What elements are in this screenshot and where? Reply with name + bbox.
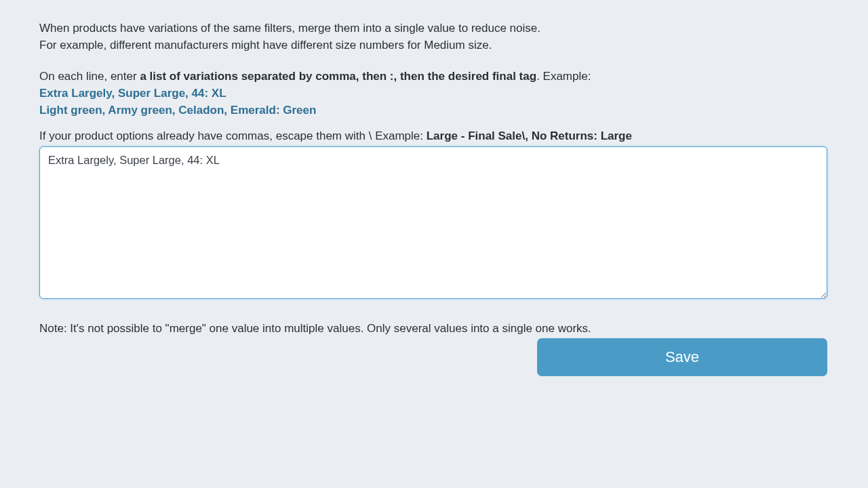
instructions-suffix: . Example: [536, 70, 591, 83]
intro-line-2: For example, different manufacturers mig… [39, 37, 841, 54]
example-line-2: Light green, Army green, Celadon, Emeral… [39, 102, 841, 119]
instructions-prefix: On each line, enter [39, 70, 140, 83]
merge-rules-textarea[interactable]: Extra Largely, Super Large, 44: XL [39, 146, 827, 299]
intro-line-1: When products have variations of the sam… [39, 20, 841, 37]
escape-note: If your product options already have com… [39, 128, 841, 145]
save-button[interactable]: Save [537, 338, 827, 376]
merge-values-panel: When products have variations of the sam… [12, 20, 868, 376]
instructions-bold: a list of variations separated by comma,… [140, 70, 536, 83]
escape-prefix: If your product options already have com… [39, 129, 427, 142]
merge-note: Note: It's not possible to "merge" one v… [39, 321, 841, 338]
instructions-line: On each line, enter a list of variations… [39, 68, 841, 85]
escape-bold: Large - Final Sale\, No Returns: Large [427, 129, 632, 142]
example-line-1: Extra Largely, Super Large, 44: XL [39, 85, 841, 102]
intro-block: When products have variations of the sam… [39, 20, 841, 54]
button-row: Save [39, 338, 827, 376]
